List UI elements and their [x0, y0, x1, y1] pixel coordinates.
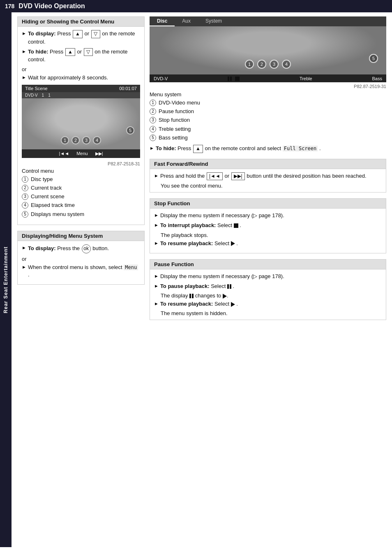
hide-text: To hide: Press ▲ or ▽ on the remote cont…: [28, 48, 140, 64]
stop-period: .: [240, 222, 241, 228]
bullet-arrow-12: ►: [154, 283, 159, 289]
disc-main: 1 2 3 4 5: [150, 26, 386, 74]
ctrl-img-caption: P82.87-2518-31: [22, 161, 140, 166]
pause-text-1: Display the menu system if necessary (▷ …: [160, 273, 382, 280]
stop-title: Stop Function: [150, 199, 386, 209]
circle-2: 2: [71, 136, 80, 144]
bullet-arrow-7: ►: [154, 173, 159, 179]
play-tri-resume: [231, 302, 235, 307]
pause-icon: [227, 284, 231, 289]
list-item: 5 Displays menu system: [22, 211, 140, 218]
disc-stop-icon: [235, 76, 240, 81]
hide-instruction: ► To hide: Press ▲ or ▽ on the remote co…: [22, 48, 140, 64]
ctrl-dvdv: DVD·V: [25, 93, 38, 97]
hide-right-press: Press: [178, 145, 193, 151]
num-2: 2: [22, 185, 28, 191]
bullet-arrow-5: ►: [22, 264, 26, 270]
pause-title: Pause Function: [150, 260, 386, 269]
right-column: Disc Aux System 1 2 3 4 5: [150, 16, 386, 543]
section-disp-body: ► To display: Press the ok button. or ► …: [18, 241, 144, 284]
full-screen-code: Full Screen: [283, 146, 318, 151]
ms-num-1: 1: [150, 100, 156, 106]
tab-disc[interactable]: Disc: [150, 16, 175, 26]
circle-1: 1: [61, 136, 69, 144]
disp-button: button.: [92, 245, 109, 251]
ms-num-5: 5: [150, 135, 156, 141]
ff-title: Fast Forward/Rewind: [150, 159, 386, 169]
outer-wrap: Rear Seat Entertainment Hiding or Showin…: [0, 12, 392, 547]
pause-item-1: ► Display the menu system if necessary (…: [154, 273, 382, 280]
disp-press: Press the: [57, 245, 81, 251]
pause-text-3: To resume playback: Select .: [160, 300, 382, 308]
section-stop: Stop Function ► Display the menu system …: [150, 198, 386, 253]
section-ff-rewind: Fast Forward/Rewind ► Press and hold the…: [150, 159, 386, 193]
item-current-scene: Current scene: [31, 193, 65, 200]
hide-right-suffix: on the remote control and select: [205, 145, 282, 151]
when-period: .: [28, 272, 30, 278]
hide-right-period: .: [319, 145, 321, 151]
ms-item-5: Bass setting: [159, 134, 188, 142]
hide-right-text: To hide: Press ▲ on the remote control a…: [156, 145, 386, 153]
bullet-arrow-13: ►: [154, 301, 159, 307]
key-up-2: ▲: [65, 48, 75, 56]
hide-or: or: [77, 49, 83, 55]
sidebar: Rear Seat Entertainment: [0, 12, 12, 547]
pause-select-2: Select: [214, 301, 231, 307]
or-line-2: or: [22, 256, 140, 262]
list-item: 4 Elapsed track time: [22, 202, 140, 209]
play-tri-inline: [223, 294, 227, 299]
disc-bass: Bass: [372, 76, 382, 81]
bullet-arrow-1: ►: [22, 30, 26, 37]
ff-item: ► Press and hold the |◄◄ or ▶▶| button u…: [154, 172, 382, 181]
wait-text: Wait for approximately 8 seconds.: [28, 74, 140, 81]
menu-system-list: 1 DVD-Video menu 2 Pause function 3 Stop…: [150, 99, 386, 142]
list-item: 2 Pause function: [150, 108, 386, 115]
disc-circle-5-wrap: 5: [369, 54, 378, 63]
tab-aux[interactable]: Aux: [175, 16, 198, 26]
bullet-arrow-3: ►: [22, 74, 26, 81]
disc-treble: Treble: [300, 76, 312, 81]
ctrl-menu-list: 1 Disc type 2 Current track 3 Current sc…: [22, 176, 140, 218]
wait-instruction: ► Wait for approximately 8 seconds.: [22, 74, 140, 81]
list-item: 3 Stop function: [150, 116, 386, 124]
list-item: 2 Current track: [22, 184, 140, 192]
display-label: To display:: [28, 30, 56, 37]
disc-circles: 1 2 3 4: [245, 60, 291, 69]
ctrl-track-num: 1: [42, 93, 44, 97]
stop-text-2: To interrupt playback: Select .: [160, 222, 382, 229]
ms-num-4: 4: [150, 126, 156, 132]
item-disc-type: Disc type: [31, 176, 53, 183]
hide-label: To hide:: [28, 49, 48, 55]
bullet-arrow-4: ►: [22, 245, 26, 251]
list-item: 3 Current scene: [22, 193, 140, 200]
main-content: Hiding or Showing the Control Menu ► To …: [12, 12, 392, 547]
hide-right-label: To hide:: [156, 145, 176, 151]
ff-body: ► Press and hold the |◄◄ or ▶▶| button u…: [150, 169, 386, 193]
display-instruction: ► To display: Press ▲ or ▽ on the remote…: [22, 30, 140, 46]
play-triangle-icon: [231, 241, 235, 246]
ms-num-2: 2: [150, 108, 156, 115]
disc-circle-3: 3: [270, 60, 279, 69]
disc-circle-4: 4: [282, 60, 291, 69]
stop-period-3: .: [236, 240, 238, 246]
list-item: 4 Treble setting: [150, 125, 386, 133]
key-up-1: ▲: [73, 30, 83, 38]
when-text: When the control menu is shown, select: [28, 264, 124, 270]
disc-circle-2: 2: [257, 60, 266, 69]
key-next: ▶▶|: [231, 172, 245, 181]
disc-bottom-bar: DVD-V Treble Bass: [150, 74, 386, 82]
disc-circle-1: 1: [245, 60, 254, 69]
num-1: 1: [22, 176, 28, 183]
tab-system[interactable]: System: [198, 16, 229, 26]
ctrl-scene-num: 1: [48, 93, 51, 97]
pause-text-2: To pause playback: Select .: [160, 283, 382, 290]
pause-item-2: ► To pause playback: Select .: [154, 283, 382, 290]
pause-icon-inline: [189, 294, 194, 298]
list-item: 1 DVD-Video menu: [150, 99, 386, 107]
circle-3: 3: [82, 136, 90, 144]
ctrl-menu-label: Control menu: [22, 168, 140, 174]
stop-square-icon: [234, 223, 238, 228]
disc-tabs: Disc Aux System: [150, 16, 386, 26]
item-current-track: Current track: [31, 184, 62, 192]
stop-select: Select: [217, 222, 234, 228]
